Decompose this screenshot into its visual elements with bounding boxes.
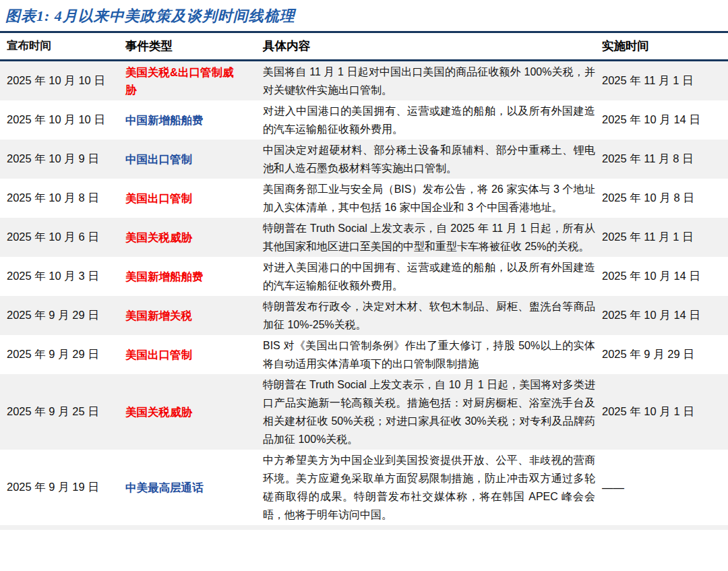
header-content: 具体内容 — [263, 38, 602, 54]
announce-date-cell: 2025 年 10 月 6 日 — [0, 230, 125, 245]
announce-date-cell: 2025 年 10 月 3 日 — [0, 269, 125, 284]
event-type-cell: 美国新增船舶费 — [125, 268, 263, 285]
announce-date-cell: 2025 年 9 月 29 日 — [0, 308, 125, 323]
next-row-partial-strip — [0, 525, 728, 530]
impl-date-cell: 2025 年 10 月 14 日 — [602, 113, 728, 127]
announce-date-cell: 2025 年 10 月 8 日 — [0, 191, 125, 206]
header-event-type: 事件类型 — [125, 38, 263, 54]
event-content-cell: 中国决定对超硬材料、部分稀土设备和原辅料、部分中重稀土、锂电池和人造石墨负极材料… — [263, 140, 602, 179]
event-content-cell: 美国商务部工业与安全局（BIS）发布公告，将 26 家实体与 3 个地址加入实体… — [263, 179, 602, 218]
impl-date-cell: 2025 年 10 月 1 日 — [602, 404, 728, 419]
impl-date-cell: 2025 年 10 月 8 日 — [602, 191, 728, 206]
policy-timeline-table: 宣布时间 事件类型 具体内容 实施时间 2025 年 10 月 10 日 美国关… — [0, 31, 728, 525]
impl-date-cell: 2025 年 10 月 14 日 — [602, 269, 728, 284]
table-row: 2025 年 9 月 25 日 美国关税威胁 特朗普在 Truth Social… — [0, 374, 728, 450]
event-type-cell: 中国新增船舶费 — [125, 111, 263, 129]
event-content-cell: BIS 对《美国出口管制条例》作出了重大修订，持股 50%以上的实体将自动适用实… — [263, 335, 602, 374]
event-content-cell: 对进入美国港口的中国拥有、运营或建造的船舶，以及所有外国建造的汽车运输船征收额外… — [263, 257, 602, 296]
event-content-cell: 特朗普发布行政令，决定对木材、软包木制品、厨柜、盥洗台等商品加征 10%-25%… — [263, 296, 602, 335]
table-row: 2025 年 10 月 10 日 中国新增船舶费 对进入中国港口的美国拥有、运营… — [0, 100, 728, 140]
table-row: 2025 年 9 月 29 日 美国新增关税 特朗普发布行政令，决定对木材、软包… — [0, 296, 728, 335]
table-row: 2025 年 10 月 8 日 美国出口管制 美国商务部工业与安全局（BIS）发… — [0, 179, 728, 218]
impl-date-cell: 2025 年 10 月 14 日 — [602, 308, 728, 323]
impl-date-cell: 2025 年 11 月 1 日 — [602, 73, 728, 88]
event-type-cell: 美国出口管制 — [125, 346, 263, 363]
table-row: 2025 年 9 月 29 日 美国出口管制 BIS 对《美国出口管制条例》作出… — [0, 335, 728, 374]
announce-date-cell: 2025 年 10 月 9 日 — [0, 152, 125, 167]
announce-date-cell: 2025 年 9 月 29 日 — [0, 347, 125, 362]
table-row: 2025 年 10 月 10 日 美国关税&出口管制威胁 美国将自 11 月 1… — [0, 61, 728, 100]
table-row: 2025 年 10 月 9 日 中国出口管制 中国决定对超硬材料、部分稀土设备和… — [0, 140, 728, 179]
impl-date-cell: —— — [602, 481, 728, 494]
figure-title: 图表1: 4月以来中美政策及谈判时间线梳理 — [0, 0, 728, 31]
header-announce-date: 宣布时间 — [0, 38, 125, 53]
event-type-cell: 美国关税威胁 — [125, 403, 263, 421]
table-header-row: 宣布时间 事件类型 具体内容 实施时间 — [0, 33, 728, 61]
event-content-cell: 特朗普在 Truth Social 上发文表示，自 2025 年 11 月 1 … — [263, 218, 602, 257]
impl-date-cell: 2025 年 11 月 1 日 — [602, 230, 728, 245]
event-type-cell: 美国关税威胁 — [125, 229, 263, 246]
event-type-cell: 美国关税&出口管制威胁 — [125, 63, 263, 98]
event-type-cell: 中美最高层通话 — [125, 479, 263, 496]
event-content-cell: 美国将自 11 月 1 日起对中国出口美国的商品征收额外 100%关税，并对关键… — [263, 61, 602, 100]
header-impl-date: 实施时间 — [602, 38, 728, 54]
table-row: 2025 年 10 月 6 日 美国关税威胁 特朗普在 Truth Social… — [0, 218, 728, 257]
impl-date-cell: 2025 年 11 月 8 日 — [602, 152, 728, 167]
impl-date-cell: 2025 年 9 月 29 日 — [602, 347, 728, 362]
event-type-cell: 美国新增关税 — [125, 307, 263, 324]
table-body: 2025 年 10 月 10 日 美国关税&出口管制威胁 美国将自 11 月 1… — [0, 61, 728, 525]
table-row: 2025 年 10 月 3 日 美国新增船舶费 对进入美国港口的中国拥有、运营或… — [0, 257, 728, 296]
announce-date-cell: 2025 年 10 月 10 日 — [0, 73, 125, 88]
event-content-cell: 中方希望美方为中国企业到美国投资提供开放、公平、非歧视的营商环境。美方应避免采取… — [263, 450, 602, 525]
event-content-cell: 对进入中国港口的美国拥有、运营或建造的船舶，以及所有外国建造的汽车运输船征收额外… — [263, 100, 602, 140]
announce-date-cell: 2025 年 9 月 25 日 — [0, 404, 125, 419]
announce-date-cell: 2025 年 10 月 10 日 — [0, 113, 125, 127]
report-figure-page: 图表1: 4月以来中美政策及谈判时间线梳理 宣布时间 事件类型 具体内容 实施时… — [0, 0, 728, 571]
table-row: 2025 年 9 月 19 日 中美最高层通话 中方希望美方为中国企业到美国投资… — [0, 450, 728, 525]
event-type-cell: 中国出口管制 — [125, 150, 263, 168]
announce-date-cell: 2025 年 9 月 19 日 — [0, 480, 125, 495]
event-content-cell: 特朗普在 Truth Social 上发文表示，自 10 月 1 日起，美国将对… — [263, 374, 602, 450]
event-type-cell: 美国出口管制 — [125, 189, 263, 207]
